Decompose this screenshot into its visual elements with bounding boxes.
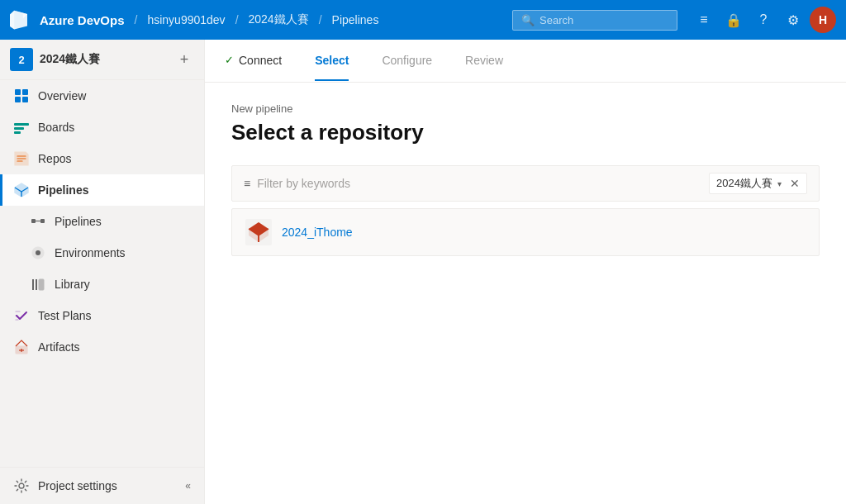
artifacts-icon xyxy=(13,339,30,355)
pipelines-icon xyxy=(13,182,30,198)
boards-icon xyxy=(13,119,30,136)
search-box[interactable]: 🔍 xyxy=(512,10,677,31)
topnav-icons: ≡ 🔒 ? ⚙ H xyxy=(691,7,836,33)
svg-rect-1 xyxy=(22,89,28,95)
sidebar-item-library-label: Library xyxy=(55,278,90,291)
help-icon[interactable]: ? xyxy=(750,7,777,33)
repo-git-icon xyxy=(245,219,272,245)
sidebar-item-environments-label: Environments xyxy=(55,246,126,259)
check-icon: ✓ xyxy=(225,54,234,66)
repo-item[interactable]: 2024_iThome xyxy=(231,208,820,256)
pipelines-sub-icon xyxy=(30,213,46,230)
wizard-step-connect[interactable]: ✓ Connect xyxy=(225,54,282,69)
settings-icon[interactable]: ⚙ xyxy=(780,7,806,33)
sidebar-item-pipelines[interactable]: Pipelines xyxy=(0,174,204,206)
search-input[interactable] xyxy=(539,14,668,26)
svg-rect-4 xyxy=(14,123,29,126)
project-settings-icon xyxy=(13,478,30,494)
svg-rect-8 xyxy=(31,219,36,223)
sidebar-footer: Project settings « xyxy=(0,467,204,504)
svg-rect-9 xyxy=(40,219,45,223)
wizard-step-select[interactable]: Select xyxy=(315,54,349,69)
svg-rect-0 xyxy=(15,89,21,95)
svg-point-12 xyxy=(36,250,40,255)
filter-bar: ≡ 2024鐵人賽 ▾ ✕ xyxy=(231,165,820,202)
wizard-step-review-label: Review xyxy=(465,54,503,67)
wizard-step-review[interactable]: Review xyxy=(465,54,503,69)
test-plans-icon xyxy=(13,307,30,324)
sidebar-item-pipelines-label: Pipelines xyxy=(38,183,88,197)
filter-chevron-icon: ▾ xyxy=(777,179,782,188)
breadcrumb-org[interactable]: hsinyu9901dev xyxy=(147,13,225,26)
sidebar-item-environments[interactable]: Environments xyxy=(0,237,204,269)
overview-icon xyxy=(13,88,30,104)
sidebar-item-boards[interactable]: Boards xyxy=(0,112,204,143)
sidebar-item-test-plans[interactable]: Test Plans xyxy=(0,300,204,331)
azure-devops-label: Azure DevOps xyxy=(40,13,125,27)
sidebar-item-artifacts[interactable]: Artifacts xyxy=(0,331,204,363)
breadcrumb-sep-1: / xyxy=(135,13,138,26)
repos-icon xyxy=(13,150,30,167)
svg-rect-2 xyxy=(15,97,21,102)
azure-devops-logo xyxy=(10,8,33,31)
wizard-steps: ✓ Connect Select Configure Review xyxy=(205,40,846,83)
filter-input[interactable] xyxy=(257,177,702,190)
breadcrumb-page: Pipelines xyxy=(332,13,379,26)
sidebar-item-test-plans-label: Test Plans xyxy=(38,309,92,322)
add-project-button[interactable]: + xyxy=(174,50,194,69)
sidebar-item-overview-label: Overview xyxy=(38,89,86,102)
wizard-step-select-label: Select xyxy=(315,54,349,67)
lock-icon[interactable]: 🔒 xyxy=(720,7,747,33)
svg-point-19 xyxy=(19,483,24,488)
sidebar-item-pipelines-sub-label: Pipelines xyxy=(55,215,102,228)
wizard-step-configure-label: Configure xyxy=(382,54,432,67)
list-icon[interactable]: ≡ xyxy=(691,7,717,33)
main-content: ✓ Connect Select Configure Review New pi… xyxy=(205,40,846,504)
svg-rect-6 xyxy=(14,131,21,134)
breadcrumb-project[interactable]: 2024鐵人賽 xyxy=(249,12,309,27)
topnav: Azure DevOps / hsinyu9901dev / 2024鐵人賽 /… xyxy=(0,0,846,40)
repo-name: 2024_iThome xyxy=(282,226,353,239)
filter-tag-label: 2024鐵人賽 xyxy=(716,176,772,191)
page-subtitle: New pipeline xyxy=(231,102,820,115)
svg-rect-3 xyxy=(22,97,28,102)
svg-rect-14 xyxy=(36,279,37,290)
sidebar-item-repos-label: Repos xyxy=(38,152,71,165)
filter-tag[interactable]: 2024鐵人賽 ▾ ✕ xyxy=(709,173,807,194)
filter-close-icon[interactable]: ✕ xyxy=(790,177,800,190)
sidebar-item-repos[interactable]: Repos xyxy=(0,143,204,174)
collapse-icon[interactable]: « xyxy=(185,480,191,492)
breadcrumb-sep-3: / xyxy=(319,13,322,26)
project-icon: 2 xyxy=(10,48,33,71)
page-body: New pipeline Select a repository ≡ 2024鐵… xyxy=(205,83,846,276)
sidebar-item-project-settings[interactable]: Project settings « xyxy=(0,471,204,501)
sidebar-item-boards-label: Boards xyxy=(38,121,74,134)
sidebar-item-artifacts-label: Artifacts xyxy=(38,340,80,354)
breadcrumb-sep-2: / xyxy=(235,13,239,26)
search-icon: 🔍 xyxy=(521,14,535,26)
page-title: Select a repository xyxy=(231,120,820,145)
project-name: 2024鐵人賽 xyxy=(40,52,168,67)
svg-rect-5 xyxy=(14,127,24,130)
sidebar: 2 2024鐵人賽 + Overview Boards Repos xyxy=(0,40,205,504)
sidebar-item-pipelines-sub[interactable]: Pipelines xyxy=(0,206,204,237)
svg-rect-13 xyxy=(32,279,34,290)
filter-icon: ≡ xyxy=(244,177,250,190)
project-settings-label: Project settings xyxy=(38,479,117,492)
wizard-step-configure[interactable]: Configure xyxy=(382,54,432,69)
wizard-step-connect-label: Connect xyxy=(239,54,282,67)
environments-icon xyxy=(30,245,46,261)
sidebar-item-library[interactable]: Library xyxy=(0,269,204,300)
svg-rect-15 xyxy=(39,279,44,290)
sidebar-item-overview[interactable]: Overview xyxy=(0,80,204,112)
library-icon xyxy=(30,276,46,292)
sidebar-project[interactable]: 2 2024鐵人賽 + xyxy=(0,40,204,80)
avatar[interactable]: H xyxy=(810,7,836,33)
